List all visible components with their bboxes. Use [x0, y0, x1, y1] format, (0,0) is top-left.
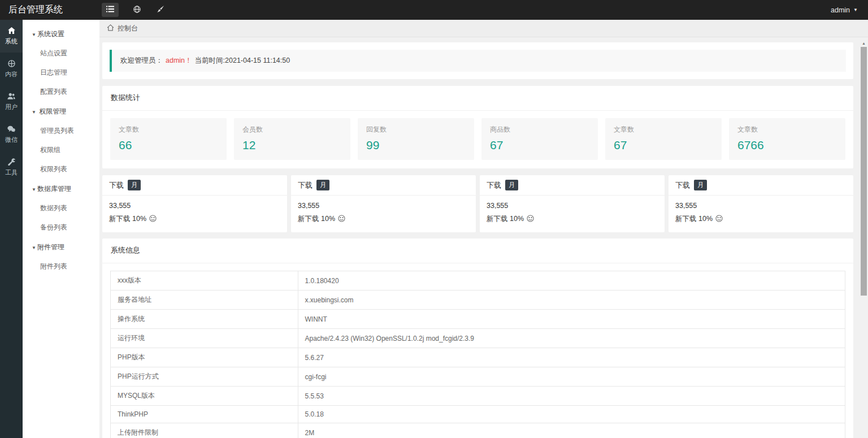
download-subtext: 新下载 10%: [109, 214, 146, 224]
rail-item-label: 用户: [5, 103, 18, 110]
app-title: 后台管理系统: [0, 4, 102, 16]
rail-item-system[interactable]: 系统: [0, 20, 23, 53]
info-label: MYSQL版本: [111, 387, 298, 406]
menu-item-config-list[interactable]: 配置列表: [23, 83, 99, 102]
rail-item-label: 微信: [5, 136, 18, 143]
info-label: 服务器地址: [111, 290, 298, 310]
table-row: MYSQL版本5.5.53: [111, 387, 845, 406]
download-card-2: 下载 月 33,555 新下载 10%: [291, 175, 476, 232]
rail-item-label: 内容: [5, 71, 18, 77]
smile-icon: [338, 215, 345, 224]
stat-label: 商品数: [490, 125, 589, 135]
stats-panel: 数据统计 文章数 66 会员数 12 回复数 99: [102, 86, 853, 168]
welcome-admin-name: admin！: [166, 57, 192, 64]
info-label: 操作系统: [111, 310, 298, 329]
month-badge: 月: [128, 180, 141, 190]
language-button[interactable]: [133, 6, 141, 15]
menu-group-system-settings[interactable]: ▼系统设置: [23, 24, 99, 44]
system-info-panel: 系统信息 xxx版本1.0.180420 服务器地址x.xuebingsi.co…: [102, 238, 853, 438]
menu-item-data-list[interactable]: 数据列表: [23, 199, 99, 218]
system-info-title: 系统信息: [102, 238, 853, 263]
download-subtext: 新下载 10%: [675, 214, 713, 224]
stat-value: 67: [490, 138, 589, 152]
stat-card-members: 会员数 12: [234, 118, 350, 160]
info-value: 5.0.18: [298, 406, 845, 423]
menu-group-label: 权限管理: [39, 107, 66, 115]
menu-group-database[interactable]: ▼数据库管理: [23, 179, 99, 199]
menu-item-log-management[interactable]: 日志管理: [23, 63, 99, 83]
rail-item-tools[interactable]: 工具: [0, 151, 23, 184]
info-value: WINNT: [298, 310, 845, 329]
breadcrumb-label[interactable]: 控制台: [118, 24, 138, 33]
menu-group-permission[interactable]: ▼ 权限管理: [23, 102, 99, 122]
stat-label: 文章数: [119, 125, 218, 135]
download-count: 33,555: [487, 202, 658, 210]
user-name: admin: [831, 6, 850, 14]
table-row: 操作系统WINNT: [111, 310, 845, 329]
stat-value: 6766: [737, 138, 837, 152]
info-value: 2M: [298, 423, 845, 438]
menu-item-attachment-list[interactable]: 附件列表: [23, 257, 99, 276]
download-card-title: 下载: [109, 180, 124, 190]
system-info-table: xxx版本1.0.180420 服务器地址x.xuebingsi.com 操作系…: [110, 271, 845, 438]
scrollbar[interactable]: ▲: [860, 37, 868, 438]
download-count: 33,555: [109, 202, 280, 210]
menu-group-attachment[interactable]: ▼附件管理: [23, 237, 99, 257]
menu-item-admin-list[interactable]: 管理员列表: [23, 122, 99, 141]
users-icon: [0, 93, 23, 101]
brush-icon: [157, 6, 164, 15]
download-count: 33,555: [298, 202, 469, 210]
clear-cache-button[interactable]: [157, 6, 164, 15]
month-badge: 月: [316, 180, 329, 190]
table-row: 运行环境Apache/2.4.23 (Win32) OpenSSL/1.0.2j…: [111, 329, 845, 348]
table-row: ThinkPHP5.0.18: [111, 406, 845, 423]
stat-value: 67: [614, 138, 713, 152]
globe-icon: [133, 6, 141, 15]
caret-down-icon: ▼: [853, 8, 858, 12]
rail-item-wechat[interactable]: 微信: [0, 118, 23, 151]
download-subtext: 新下载 10%: [298, 214, 335, 224]
menu-group-label: 数据库管理: [37, 185, 71, 193]
smile-icon: [527, 215, 534, 224]
rail-item-content[interactable]: 内容: [0, 53, 23, 85]
stat-card-articles-2: 文章数 67: [605, 118, 722, 160]
scroll-up-arrow[interactable]: ▲: [860, 37, 868, 45]
user-menu[interactable]: admin ▼: [831, 6, 868, 14]
rail-item-users[interactable]: 用户: [0, 85, 23, 118]
caret-down-icon: ▼: [32, 110, 36, 115]
menu-item-permission-list[interactable]: 权限列表: [23, 160, 99, 179]
icon-rail: 系统 内容 用户: [0, 20, 23, 438]
month-badge: 月: [505, 180, 518, 190]
stat-value: 12: [242, 138, 342, 152]
breadcrumb: 控制台: [99, 20, 868, 37]
stat-card-replies: 回复数 99: [358, 118, 474, 160]
app-root: 后台管理系统: [0, 0, 868, 438]
download-card-1: 下载 月 33,555 新下载 10%: [102, 175, 287, 232]
menu-group-label: 系统设置: [37, 30, 64, 38]
info-label: 运行环境: [111, 329, 298, 348]
welcome-prefix: 欢迎管理员：: [120, 57, 163, 64]
info-label: ThinkPHP: [111, 406, 298, 423]
info-value: 5.5.53: [298, 387, 845, 406]
download-count: 33,555: [675, 202, 847, 210]
downloads-row: 下载 月 33,555 新下载 10%: [102, 175, 853, 232]
info-label: PHP运行方式: [111, 367, 298, 387]
rail-item-label: 工具: [5, 169, 18, 176]
caret-down-icon: ▼: [32, 187, 36, 192]
submenu: ▼系统设置 站点设置 日志管理 配置列表 ▼ 权限管理 管理员列表 权限组 权限…: [23, 20, 99, 438]
menu-item-site-settings[interactable]: 站点设置: [23, 44, 99, 63]
welcome-alert: 欢迎管理员：admin！当前时间:2021-04-15 11:14:50: [110, 50, 846, 72]
download-card-title: 下载: [487, 180, 501, 190]
home-icon: [107, 24, 114, 33]
stat-card-articles: 文章数 66: [110, 118, 227, 160]
menu-item-backup-list[interactable]: 备份列表: [23, 218, 99, 237]
info-value: 5.6.27: [298, 348, 845, 367]
download-card-4: 下载 月 33,555 新下载 10%: [669, 175, 853, 232]
sidebar-toggle-button[interactable]: [102, 3, 119, 17]
wechat-icon: [0, 125, 23, 134]
table-row: 上传附件限制2M: [111, 423, 845, 438]
stats-panel-title: 数据统计: [102, 86, 853, 111]
caret-down-icon: ▼: [32, 32, 36, 37]
scrollbar-thumb[interactable]: [861, 47, 867, 296]
menu-item-permission-group[interactable]: 权限组: [23, 141, 99, 160]
